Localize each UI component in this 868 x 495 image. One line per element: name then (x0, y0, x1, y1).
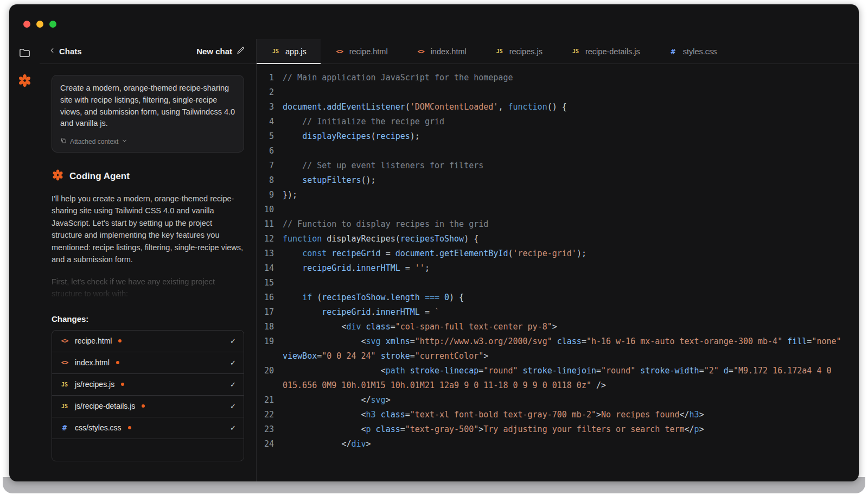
tab-label: recipe.html (349, 47, 388, 56)
check-icon: ✓ (230, 402, 236, 410)
app-window: Chats New chat Create a modern, orange-t (9, 4, 859, 481)
file-name: css/styles.css (75, 423, 122, 432)
zoom-button[interactable] (49, 21, 56, 28)
js-file-icon: JS (571, 48, 580, 54)
line-number: 6 (257, 144, 283, 158)
changes-heading: Changes: (52, 314, 244, 323)
changed-file-row[interactable]: <>index.html✓ (52, 352, 244, 374)
changed-file-row-clipped (52, 439, 244, 461)
code-line: 14 recipeGrid.innerHTML = ''; (257, 261, 845, 276)
desktop-background: Chats New chat Create a modern, orange-t (0, 0, 868, 495)
changed-files-list: <>recipe.html✓<>index.html✓JSjs/recipes.… (52, 330, 244, 461)
tab-app.js[interactable]: JSapp.js (257, 39, 321, 64)
chevron-down-icon (122, 137, 127, 147)
css-file-icon: # (668, 47, 678, 56)
line-number: 8 (257, 173, 283, 188)
app-logo-icon[interactable] (17, 73, 32, 88)
line-number: 24 (257, 437, 283, 452)
line-number: 14 (257, 261, 283, 276)
code-line: 5 displayRecipes(recipes); (257, 129, 845, 144)
line-number: 13 (257, 246, 283, 261)
line-number: 11 (257, 217, 283, 232)
code-text: </div> (283, 437, 845, 452)
minimize-button[interactable] (36, 21, 43, 28)
tab-index.html[interactable]: <>index.html (402, 39, 481, 64)
line-number: 22 (257, 408, 283, 422)
code-line: 15 (257, 276, 845, 290)
user-message: Create a modern, orange-themed recipe-sh… (52, 75, 244, 153)
code-line: 21 </svg> (257, 393, 845, 408)
code-text: if (recipesToShow.length === 0) { (283, 290, 845, 305)
tab-label: app.js (285, 47, 307, 56)
check-icon: ✓ (230, 380, 236, 389)
code-line: 2 (257, 85, 845, 100)
check-icon: ✓ (230, 359, 236, 367)
tab-styles.css[interactable]: #styles.css (654, 39, 731, 64)
line-number: 15 (257, 276, 283, 290)
attached-context-label: Attached context (70, 137, 118, 147)
agent-header: Coding Agent (52, 169, 244, 184)
code-text (283, 144, 845, 158)
close-button[interactable] (23, 21, 30, 28)
js-file-icon: JS (495, 48, 505, 54)
js-file-icon: JS (60, 382, 69, 388)
attachment-icon (60, 137, 67, 147)
line-number: 4 (257, 115, 283, 129)
code-line: 18 <div class="col-span-full text-center… (257, 320, 845, 334)
changed-file-row[interactable]: <>recipe.html✓ (52, 331, 244, 352)
code-line: 11// Function to display recipes in the … (257, 217, 845, 232)
pencil-icon (237, 46, 245, 56)
code-text: // Main application JavaScript for the h… (283, 71, 845, 85)
tab-recipes.js[interactable]: JSrecipes.js (481, 39, 557, 64)
code-text: <p class="text-gray-500">Try adjusting y… (283, 422, 845, 437)
code-text: function displayRecipes(recipesToShow) { (283, 232, 845, 246)
code-text: // Initialize the recipe grid (283, 115, 845, 129)
code-line: 12function displayRecipes(recipesToShow)… (257, 232, 845, 246)
html-file-icon: <> (416, 48, 426, 55)
code-text: <div class="col-span-full text-center py… (283, 320, 845, 334)
changed-file-row[interactable]: JSjs/recipes.js✓ (52, 374, 244, 396)
folder-icon[interactable] (18, 47, 31, 59)
tab-recipe.html[interactable]: <>recipe.html (321, 39, 402, 64)
code-text: const recipeGrid = document.getElementBy… (283, 246, 845, 261)
line-number: 18 (257, 320, 283, 334)
line-number: 23 (257, 422, 283, 437)
code-area[interactable]: 1// Main application JavaScript for the … (257, 64, 859, 481)
code-text: displayRecipes(recipes); (283, 129, 845, 144)
traffic-lights (23, 21, 56, 28)
attached-context-toggle[interactable]: Attached context (60, 137, 235, 147)
chat-body: Create a modern, orange-themed recipe-sh… (40, 64, 256, 481)
code-text (283, 202, 845, 217)
chats-back-button[interactable]: Chats (48, 47, 82, 56)
new-chat-label: New chat (196, 47, 232, 56)
tab-recipe-details.js[interactable]: JSrecipe-details.js (557, 39, 654, 64)
chat-panel: Chats New chat Create a modern, orange-t (40, 39, 257, 481)
chevron-left-icon (48, 47, 56, 56)
css-file-icon: # (60, 423, 69, 432)
chat-header: Chats New chat (40, 39, 256, 64)
changed-file-row[interactable]: #css/styles.css✓ (52, 417, 244, 439)
html-file-icon: <> (60, 337, 69, 345)
file-name: recipe.html (75, 337, 112, 345)
agent-message-faded: First, let's check if we have any existi… (52, 276, 244, 300)
code-line: 23 <p class="text-gray-500">Try adjustin… (257, 422, 845, 437)
tab-label: recipes.js (509, 47, 542, 56)
line-number: 5 (257, 129, 283, 144)
code-text (283, 276, 845, 290)
agent-name: Coding Agent (69, 171, 130, 182)
line-number: 1 (257, 71, 283, 85)
changed-file-row[interactable]: JSjs/recipe-details.js✓ (52, 396, 244, 417)
code-line: 1// Main application JavaScript for the … (257, 71, 845, 85)
tab-label: styles.css (683, 47, 717, 56)
code-line: 19 <svg xmlns="http://www.w3.org/2000/sv… (257, 334, 845, 364)
editor-panel: JSapp.js<>recipe.html<>index.htmlJSrecip… (257, 39, 859, 481)
modified-dot (128, 426, 131, 429)
code-line: 17 recipeGrid.innerHTML = ` (257, 305, 845, 320)
code-line: 9}); (257, 188, 845, 202)
html-file-icon: <> (60, 359, 69, 366)
html-file-icon: <> (335, 48, 344, 55)
modified-dot (121, 383, 124, 386)
code-line: 13 const recipeGrid = document.getElemen… (257, 246, 845, 261)
line-number: 16 (257, 290, 283, 305)
new-chat-button[interactable]: New chat (196, 46, 245, 56)
